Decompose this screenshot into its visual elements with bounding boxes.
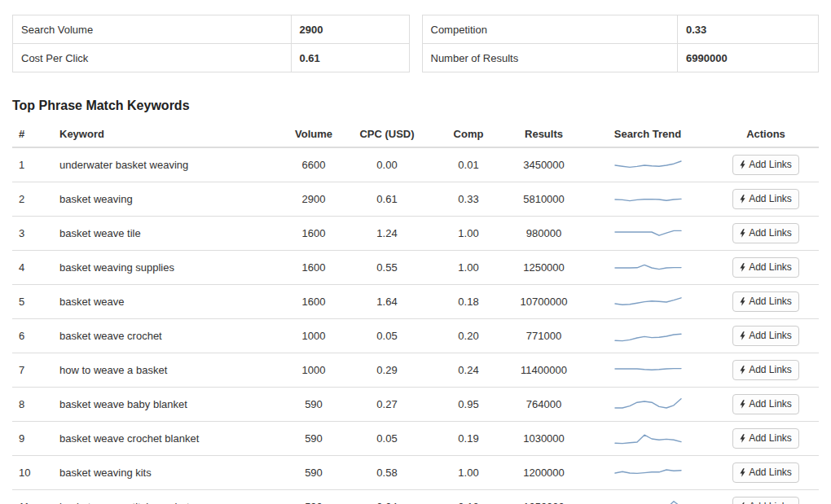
- row-rank: 2: [12, 182, 53, 217]
- row-search-trend: [583, 182, 713, 217]
- row-keyword: basket weaving: [53, 182, 285, 217]
- row-search-trend: [583, 388, 713, 422]
- add-links-label: Add Links: [749, 329, 792, 343]
- add-links-button[interactable]: Add Links: [732, 394, 799, 414]
- search-trend-sparkline: [613, 225, 683, 243]
- row-results: 980000: [505, 217, 583, 251]
- summary-value: 0.61: [291, 44, 409, 72]
- flash-icon: [740, 229, 745, 238]
- row-keyword: basket weave stitch crochet: [53, 490, 285, 504]
- keyword-research-page: Search Volume 2900 Cost Per Click 0.61 C…: [0, 15, 831, 504]
- col-header-volume: Volume: [285, 121, 342, 147]
- row-search-trend: [583, 319, 713, 353]
- row-cpc: 0.61: [342, 182, 432, 217]
- row-cpc: 0.29: [342, 353, 432, 388]
- row-volume: 590: [285, 456, 342, 490]
- add-links-button[interactable]: Add Links: [732, 189, 799, 209]
- table-row: 2 basket weaving 2900 0.61 0.33 5810000 …: [12, 182, 819, 217]
- search-trend-sparkline: [613, 396, 683, 414]
- row-comp: 1.00: [432, 217, 505, 251]
- row-comp: 0.24: [432, 353, 505, 388]
- row-actions: Add Links: [713, 147, 819, 182]
- section-title: Top Phrase Match Keywords: [12, 99, 819, 113]
- row-search-trend: [583, 251, 713, 285]
- search-trend-sparkline: [613, 191, 683, 208]
- row-comp: 1.00: [432, 456, 505, 490]
- row-volume: 2900: [285, 182, 342, 217]
- row-comp: 0.12: [432, 490, 505, 504]
- row-cpc: 0.55: [342, 251, 432, 285]
- row-rank: 8: [12, 388, 53, 422]
- row-volume: 6600: [285, 147, 342, 182]
- add-links-button[interactable]: Add Links: [732, 257, 799, 278]
- add-links-button[interactable]: Add Links: [732, 462, 799, 483]
- row-comp: 0.18: [432, 285, 505, 319]
- summary-label: Search Volume: [13, 15, 292, 44]
- table-row: 11 basket weave stitch crochet 590 0.04 …: [12, 490, 819, 504]
- add-links-label: Add Links: [749, 500, 792, 504]
- add-links-label: Add Links: [749, 397, 792, 411]
- keywords-table: # Keyword Volume CPC (USD) Comp Results …: [12, 121, 819, 504]
- row-rank: 11: [12, 490, 53, 504]
- row-keyword: basket weaving supplies: [53, 251, 285, 285]
- row-cpc: 0.05: [342, 319, 432, 353]
- add-links-button[interactable]: Add Links: [732, 291, 799, 312]
- add-links-label: Add Links: [749, 295, 792, 309]
- row-actions: Add Links: [713, 182, 819, 217]
- row-results: 1030000: [505, 422, 583, 456]
- col-header-results: Results: [505, 121, 583, 147]
- summary-table-right: Competition 0.33 Number of Results 69900…: [422, 15, 820, 72]
- row-cpc: 0.05: [342, 422, 432, 456]
- add-links-label: Add Links: [749, 261, 792, 274]
- flash-icon: [740, 297, 745, 306]
- row-results: 1250000: [505, 251, 583, 285]
- row-volume: 1600: [285, 251, 342, 285]
- row-search-trend: [583, 456, 713, 490]
- row-keyword: basket weave tile: [53, 217, 285, 251]
- row-actions: Add Links: [713, 319, 819, 353]
- summary-value: 0.33: [678, 15, 819, 44]
- summary-row: Search Volume 2900: [13, 15, 410, 44]
- add-links-button[interactable]: Add Links: [732, 360, 799, 380]
- add-links-button[interactable]: Add Links: [732, 326, 799, 346]
- row-results: 771000: [505, 319, 583, 353]
- search-trend-sparkline: [613, 156, 683, 174]
- row-keyword: basket weave baby blanket: [53, 388, 285, 422]
- row-keyword: basket weaving kits: [53, 456, 285, 490]
- row-rank: 3: [12, 217, 53, 251]
- row-comp: 0.19: [432, 422, 505, 456]
- row-search-trend: [583, 147, 713, 182]
- row-results: 11400000: [505, 353, 583, 388]
- row-actions: Add Links: [713, 251, 819, 285]
- row-keyword: basket weave: [53, 285, 285, 319]
- col-header-cpc: CPC (USD): [342, 121, 432, 147]
- add-links-label: Add Links: [749, 226, 792, 240]
- row-rank: 9: [12, 422, 53, 456]
- add-links-button[interactable]: Add Links: [732, 223, 799, 243]
- row-results: 10700000: [505, 285, 583, 319]
- row-rank: 6: [12, 319, 53, 353]
- summary-label: Cost Per Click: [13, 44, 292, 72]
- row-results: 5810000: [505, 182, 583, 217]
- row-rank: 7: [12, 353, 53, 388]
- add-links-button[interactable]: Add Links: [732, 497, 799, 504]
- row-cpc: 0.27: [342, 388, 432, 422]
- col-header-rank: #: [12, 121, 53, 147]
- col-header-search-trend: Search Trend: [583, 121, 713, 147]
- row-rank: 5: [12, 285, 53, 319]
- row-actions: Add Links: [713, 285, 819, 319]
- row-comp: 0.95: [432, 388, 505, 422]
- row-comp: 1.00: [432, 251, 505, 285]
- table-row: 9 basket weave crochet blanket 590 0.05 …: [12, 422, 819, 456]
- table-row: 5 basket weave 1600 1.64 0.18 10700000 A…: [12, 285, 819, 319]
- search-trend-sparkline: [613, 498, 683, 504]
- flash-icon: [740, 366, 745, 375]
- table-row: 3 basket weave tile 1600 1.24 1.00 98000…: [12, 217, 819, 251]
- row-cpc: 0.00: [342, 147, 432, 182]
- keywords-table-header: # Keyword Volume CPC (USD) Comp Results …: [12, 121, 819, 147]
- row-volume: 590: [285, 388, 342, 422]
- row-results: 3450000: [505, 147, 583, 182]
- row-keyword: how to weave a basket: [53, 353, 285, 388]
- add-links-button[interactable]: Add Links: [732, 155, 799, 175]
- add-links-button[interactable]: Add Links: [732, 428, 799, 449]
